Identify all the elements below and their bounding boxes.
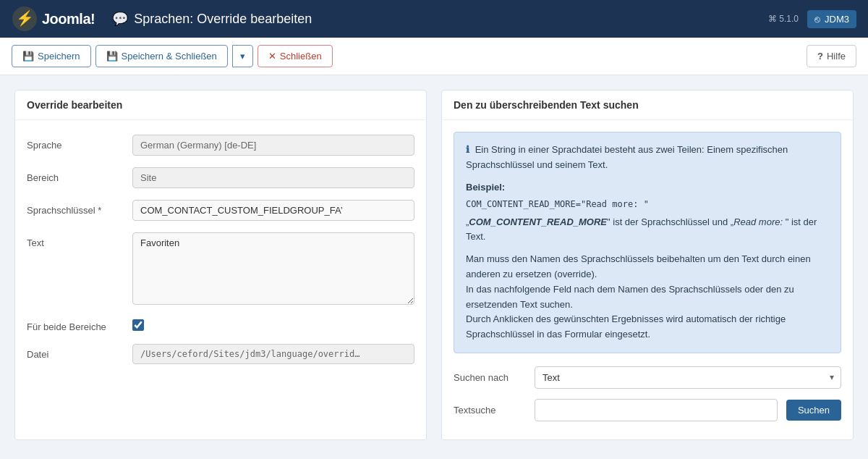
joomla-logo-text: Joomla!: [42, 11, 95, 28]
save-button[interactable]: 💾 Speichern: [12, 45, 91, 67]
example-key-text: „COM_CONTENT_READ_MORE" ist der Sprachsc…: [466, 216, 817, 243]
sprache-input: [132, 135, 414, 156]
textsuche-label: Textsuche: [454, 405, 526, 416]
example-label: Beispiel:: [466, 180, 829, 195]
joomla-logo-icon: ⚡: [12, 6, 38, 32]
right-panel: Den zu überschreibenden Text suchen ℹ Ei…: [441, 90, 854, 440]
dropdown-button[interactable]: ▾: [232, 45, 253, 67]
text-group: Text Favoriten: [27, 232, 414, 305]
save-icon: 💾: [22, 51, 34, 62]
left-panel: Override bearbeiten Sprache Bereich Spra…: [14, 90, 427, 440]
sprachschluessel-label: Sprachschlüssel *: [27, 200, 121, 216]
text-textarea[interactable]: Favoriten: [132, 232, 414, 305]
save-label: Speichern: [38, 51, 80, 62]
datei-path: /Users/ceford/Sites/jdm3/language/overri…: [132, 344, 414, 364]
sprachschluessel-group: Sprachschlüssel *: [27, 200, 414, 221]
close-label: Schließen: [280, 51, 322, 62]
help-label: Hilfe: [827, 51, 846, 62]
datei-group: Datei /Users/ceford/Sites/jdm3/language/…: [27, 344, 414, 364]
info-icon: ℹ: [466, 144, 469, 155]
textsuche-input[interactable]: [535, 399, 778, 421]
left-panel-header: Override bearbeiten: [15, 90, 426, 120]
fuer-beide-group: Für beide Bereiche: [27, 316, 414, 332]
fuer-beide-checkbox-wrapper: [132, 316, 144, 331]
joomla-logo: ⚡ Joomla!: [12, 6, 95, 32]
text-label: Text: [27, 232, 121, 248]
help-button[interactable]: ? Hilfe: [807, 45, 856, 67]
info-intro-text: Ein String in einer Sprachdatei besteht …: [466, 144, 788, 170]
page-title-icon: 💬: [112, 11, 128, 27]
help-icon: ?: [817, 51, 823, 62]
sprache-group: Sprache: [27, 135, 414, 156]
bereich-group: Bereich: [27, 167, 414, 188]
page-title: 💬 Sprachen: Override bearbeiten: [112, 11, 768, 27]
close-button[interactable]: ✕ Schließen: [258, 45, 333, 67]
save-close-icon: 💾: [106, 51, 118, 62]
left-panel-body: Sprache Bereich Sprachschlüssel * Text F…: [15, 120, 426, 390]
right-panel-header: Den zu überschreibenden Text suchen: [442, 90, 853, 120]
sprache-label: Sprache: [27, 135, 121, 151]
toolbar: 💾 Speichern 💾 Speichern & Schließen ▾ ✕ …: [0, 38, 868, 75]
sprachschluessel-input[interactable]: [132, 200, 414, 221]
navbar-right: ⌘ 5.1.0 ⎋ JDM3: [768, 10, 856, 28]
main-content: Override bearbeiten Sprache Bereich Spra…: [0, 75, 868, 455]
info-body: Man muss den Namen des Sprachschlüssels …: [466, 252, 829, 342]
bereich-label: Bereich: [27, 167, 121, 183]
user-exit-icon: ⎋: [814, 14, 820, 25]
fuer-beide-label: Für beide Bereiche: [27, 316, 121, 332]
chevron-down-icon: ▾: [240, 51, 245, 62]
suchen-nach-select[interactable]: Text Sprachschlüssel: [535, 366, 841, 389]
suchen-nach-label: Suchen nach: [454, 372, 526, 383]
user-menu[interactable]: ⎋ JDM3: [807, 10, 856, 28]
right-panel-body: ℹ Ein String in einer Sprachdatei besteh…: [442, 120, 853, 433]
bereich-input: [132, 167, 414, 188]
user-label: JDM3: [825, 14, 849, 25]
close-icon: ✕: [268, 51, 276, 62]
brand: ⚡ Joomla!: [12, 6, 95, 32]
save-close-label: Speichern & Schließen: [122, 51, 217, 62]
info-box: ℹ Ein String in einer Sprachdatei besteh…: [454, 132, 841, 353]
textsuche-row: Textsuche Suchen: [454, 399, 841, 421]
suchen-nach-row: Suchen nach Text Sprachschlüssel ▾: [454, 366, 841, 389]
example-code: COM_CONTENT_READ_MORE="Read more: ": [466, 198, 829, 211]
version-badge: ⌘ 5.1.0: [768, 14, 799, 24]
page-title-text: Sprachen: Override bearbeiten: [134, 12, 312, 27]
example-key-pre: „COM_CONTENT_READ_MORE" ist der Sprachsc…: [466, 215, 829, 245]
fuer-beide-checkbox[interactable]: [132, 319, 144, 331]
svg-text:⚡: ⚡: [16, 9, 34, 27]
info-intro: ℹ Ein String in einer Sprachdatei besteh…: [466, 143, 829, 173]
save-close-button[interactable]: 💾 Speichern & Schließen: [95, 45, 228, 67]
suchen-button[interactable]: Suchen: [786, 400, 841, 421]
navbar: ⚡ Joomla! 💬 Sprachen: Override bearbeite…: [0, 0, 868, 38]
datei-label: Datei: [27, 344, 121, 360]
suchen-nach-select-wrapper: Text Sprachschlüssel ▾: [535, 366, 841, 389]
